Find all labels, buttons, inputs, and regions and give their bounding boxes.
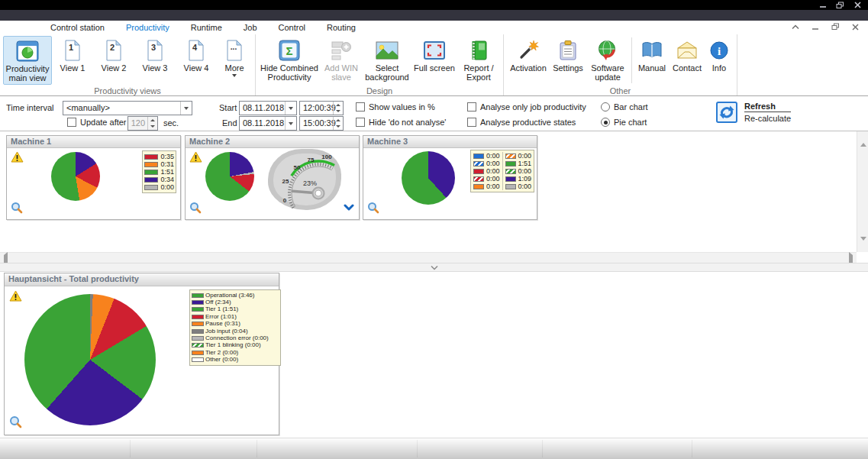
checkbox-box[interactable]	[67, 118, 76, 127]
checkbox-box[interactable]	[356, 118, 365, 127]
manual-button[interactable]: Manual	[634, 36, 670, 86]
zoom-magnifier-icon[interactable]	[367, 202, 379, 215]
status-divider	[417, 440, 418, 457]
analyse-productive-states-checkbox[interactable]: Analyse productive states	[467, 117, 576, 128]
settings-button[interactable]: Settings	[550, 36, 586, 86]
full-screen-button[interactable]: Full screen	[411, 36, 457, 86]
status-divider	[257, 440, 257, 457]
zoom-magnifier-icon[interactable]	[11, 202, 23, 215]
legend-swatch	[473, 154, 484, 159]
button-label: More	[224, 63, 244, 73]
scroll-up-icon[interactable]	[860, 134, 866, 143]
legend-label: 0:00	[518, 152, 532, 160]
checkbox-box[interactable]	[467, 118, 476, 127]
vertical-scrollbar[interactable]	[857, 131, 868, 252]
info-button[interactable]: i Info	[705, 36, 734, 86]
machine-1-panel: Machine 1 0:350:311:510:340:00	[6, 135, 181, 220]
tab-routing[interactable]: Routing	[316, 21, 366, 34]
machine-3-panel: Machine 3 0:000:000:000:000:00 0:001:510…	[363, 135, 537, 220]
splitter-bar[interactable]	[0, 263, 868, 272]
spinner-arrows[interactable]	[333, 102, 343, 115]
update-after-checkbox[interactable]: Update after	[67, 117, 127, 128]
restore-icon[interactable]	[830, 22, 841, 31]
start-time-spinner[interactable]: 12:00:39	[299, 101, 344, 115]
tab-control-station[interactable]: Control station	[40, 21, 115, 34]
update-seconds-spinner[interactable]: 120	[127, 116, 158, 131]
pie-chart-radio[interactable]: Pie chart	[601, 117, 647, 128]
end-date-picker[interactable]: 08.11.2018	[239, 116, 297, 131]
button-label: Add WIN slave	[320, 63, 363, 82]
radio-circle[interactable]	[601, 118, 610, 127]
legend-item: 1:09	[505, 175, 532, 183]
svg-text:75: 75	[308, 157, 315, 163]
start-date-picker[interactable]: 08.11.2018	[239, 101, 297, 115]
legend-swatch	[505, 176, 516, 182]
total-productivity-title: Hauptansicht - Total productivity	[5, 273, 279, 286]
svg-text:3: 3	[151, 43, 156, 52]
view-3-button[interactable]: 3 View 3	[134, 36, 176, 86]
analyse-job-productivity-checkbox[interactable]: Analyse only job productivity	[467, 102, 586, 112]
more-views-icon: ...	[225, 37, 244, 63]
collapse-ribbon-icon[interactable]	[790, 22, 801, 31]
checkbox-box[interactable]	[467, 102, 476, 112]
warning-icon	[189, 151, 202, 164]
time-interval-select[interactable]: <manually>	[63, 101, 192, 115]
productivity-main-view-button[interactable]: Productivity main view	[3, 36, 52, 85]
hide-do-not-analyse-checkbox[interactable]: Hide 'do not analyse'	[356, 117, 446, 128]
chevron-down-icon[interactable]	[285, 117, 296, 130]
button-label: View 1	[60, 63, 86, 73]
view-2-icon: 2	[105, 37, 123, 63]
legend-item: Tier 1 (1:51)	[192, 306, 279, 313]
more-views-button[interactable]: ... More	[217, 36, 252, 86]
activation-button[interactable]: Activation	[507, 36, 550, 86]
restore-button[interactable]	[836, 2, 844, 8]
tab-runtime[interactable]: Runtime	[180, 21, 233, 34]
checkbox-label: Show values in %	[369, 102, 435, 112]
legend-swatch	[192, 343, 204, 347]
background-image-icon	[376, 37, 399, 63]
tab-control[interactable]: Control	[268, 21, 316, 34]
minimize-button[interactable]	[818, 2, 827, 8]
radio-circle[interactable]	[601, 102, 610, 112]
scroll-down-icon[interactable]	[860, 241, 866, 250]
zoom-magnifier-icon[interactable]	[189, 202, 202, 215]
legend-item: 0:00	[473, 167, 500, 175]
tab-productivity[interactable]: Productivity	[115, 21, 180, 34]
contact-envelope-icon	[676, 37, 698, 63]
chevron-down-icon[interactable]	[285, 102, 296, 115]
view-1-button[interactable]: 1 View 1	[52, 36, 93, 86]
button-label: Full screen	[414, 63, 455, 73]
end-label: End	[222, 116, 237, 131]
end-time-spinner[interactable]: 15:00:39	[299, 116, 344, 131]
report-export-icon	[469, 37, 489, 63]
legend-swatch	[192, 307, 204, 312]
hide-combined-productivity-button[interactable]: Σ Hide Combined Productivity	[259, 36, 320, 86]
close-button[interactable]	[853, 2, 862, 8]
report-export-button[interactable]: Report / Export	[457, 36, 500, 86]
combined-productivity-icon: Σ	[279, 37, 300, 63]
time-interval-value: <manually>	[66, 102, 110, 115]
tab-job[interactable]: Job	[233, 21, 268, 34]
checkbox-box[interactable]	[356, 102, 365, 112]
minimize-icon[interactable]	[810, 22, 821, 31]
view-2-button[interactable]: 2 View 2	[93, 36, 134, 86]
title-strip	[0, 10, 868, 21]
view-4-button[interactable]: 4 View 4	[176, 36, 217, 86]
zoom-magnifier-icon[interactable]	[9, 415, 22, 430]
refresh-button[interactable]: Refresh Re-calculate	[716, 102, 791, 123]
expand-chevron-down-icon[interactable]	[344, 203, 354, 212]
software-update-button[interactable]: Software update	[586, 36, 629, 86]
select-background-button[interactable]: Select background	[363, 36, 411, 86]
show-values-checkbox[interactable]: Show values in %	[356, 102, 435, 112]
horizontal-scrollbar[interactable]	[0, 252, 857, 263]
contact-button[interactable]: Contact	[670, 36, 705, 86]
spinner-arrows[interactable]	[333, 117, 343, 130]
legend-swatch	[473, 161, 484, 166]
status-bar	[0, 438, 868, 459]
chevron-down-icon[interactable]	[180, 102, 192, 115]
machine-2-title: Machine 2	[186, 136, 359, 148]
close-icon[interactable]	[850, 22, 860, 31]
legend-label: Other (0:00)	[205, 356, 238, 364]
bar-chart-radio[interactable]: Bar chart	[601, 102, 648, 112]
spinner-arrows[interactable]	[147, 117, 157, 130]
